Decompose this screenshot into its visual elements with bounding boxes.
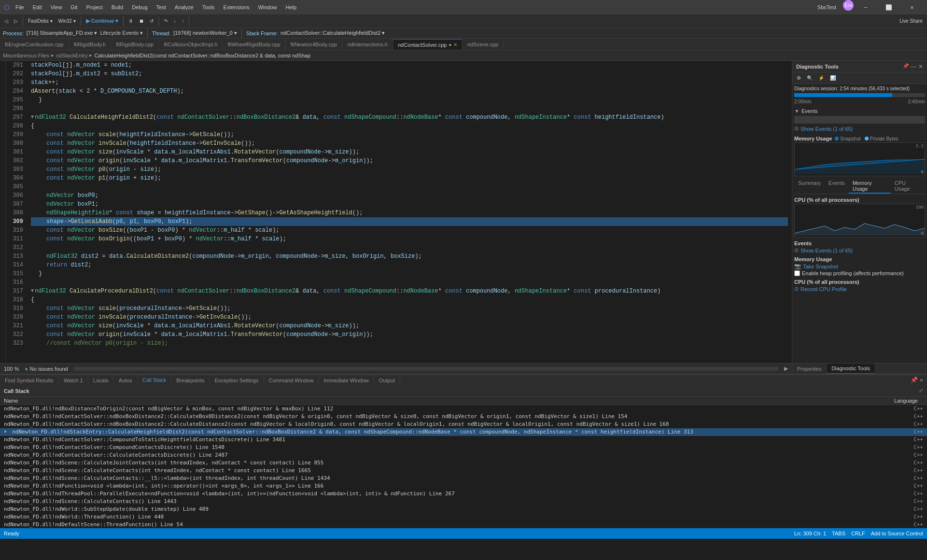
diag-tools-2[interactable]: ⚡ — [816, 74, 827, 82]
menu-debug[interactable]: Debug — [129, 4, 150, 10]
heap-profiling-check[interactable]: Enable heap profiling (affects performan… — [794, 270, 925, 276]
cs-row-4[interactable]: ndNewton_FD.dll!ndContactSolver::Compoun… — [0, 436, 927, 444]
cs-row-14[interactable]: ndNewton_FD.dll!ndWorld::ThreadFunction(… — [0, 513, 927, 521]
fold-icon-317[interactable]: ▼ — [31, 287, 34, 295]
menu-build[interactable]: Build — [109, 4, 126, 10]
cs-row-8[interactable]: ndNewton_FD.dll!ndScene::CalculateContac… — [0, 467, 927, 475]
tab-file-8[interactable]: ndScene.cpp — [463, 39, 504, 50]
cs-row-12[interactable]: ndNewton_FD.dll!ndScene::CalculateContac… — [0, 498, 927, 505]
dtab-summary[interactable]: Summary — [794, 179, 825, 194]
tab-file-1[interactable]: fliRigidBody.h — [69, 39, 111, 50]
fast-debs-dropdown[interactable]: FastDebs ▾ — [26, 17, 55, 25]
step-over[interactable]: ↷ — [161, 17, 170, 25]
cs-row-10[interactable]: ndNewton_FD.dll!ndFunction<void <lambda>… — [0, 482, 927, 490]
maximize-button[interactable]: ⬜ — [878, 0, 900, 14]
pd-tab-diagnostic[interactable]: Diagnostic Tools — [827, 364, 875, 374]
btab-command-window[interactable]: Command Window — [264, 375, 319, 386]
cs-expand[interactable]: ⤢ — [919, 388, 923, 394]
cs-row-5[interactable]: ndNewton_FD.dll!ndContactSolver::Compoun… — [0, 444, 927, 451]
tab-file-0[interactable]: fliEngineCombustion.cpp — [0, 39, 69, 50]
record-cpu-link[interactable]: ⊙ Record CPU Profile — [794, 286, 925, 292]
diag-tools-3[interactable]: 📊 — [828, 74, 838, 82]
continue-button[interactable]: ▶ Continue ▾ — [84, 16, 121, 26]
menu-analyze[interactable]: Analyze — [172, 4, 197, 10]
cs-row-9[interactable]: ndNewton_FD.dll!ndScene::CalculateContac… — [0, 475, 927, 482]
process-dropdown[interactable]: [716] SbsampleApp_FD.exe ▾ — [27, 30, 98, 36]
tab-file-6[interactable]: ndIntersections.h — [342, 39, 393, 50]
minimize-button[interactable]: — — [855, 0, 877, 14]
show-events-link[interactable]: Show Events (1 of 65) — [801, 126, 853, 132]
menu-tools[interactable]: Tools — [199, 4, 218, 10]
menu-file[interactable]: File — [13, 4, 27, 10]
menu-edit[interactable]: Edit — [30, 4, 45, 10]
dtab-memory-usage[interactable]: Memory Usage — [849, 179, 891, 194]
cs-row-15[interactable]: ndNewton_FD.dll!ndDefaultScene::ThreadFu… — [0, 521, 927, 528]
bottom-pin[interactable]: 📌 — [911, 377, 918, 384]
cs-row-13[interactable]: ndNewton_FD.dll!ndWorld::SubStepUpdate(d… — [0, 505, 927, 513]
debug-pause[interactable]: ⏸ — [126, 17, 136, 25]
user-badge[interactable]: EH — [843, 0, 854, 11]
menu-help[interactable]: Help — [283, 4, 300, 10]
live-share-button[interactable]: Live Share — [897, 17, 925, 25]
cs-row-11[interactable]: ndNewton_FD.dll!ndThreadPool::ParallelEx… — [0, 490, 927, 498]
fold-icon-297[interactable]: ▼ — [31, 113, 34, 122]
btab-output[interactable]: Output — [374, 375, 400, 386]
call-stack-list[interactable]: ndNewton_FD.dll!ndBoxDistanceToOrigin2(c… — [0, 405, 927, 528]
take-snapshot-link[interactable]: 📷 Take Snapshot — [794, 263, 925, 269]
menu-extensions[interactable]: Extensions — [221, 4, 253, 10]
stack-frame-dropdown[interactable]: ndContactSolver::CalculateHeighfieldDist… — [281, 30, 385, 36]
cs-row-2[interactable]: ndNewton_FD.dll!ndContactSolver::ndBoxBo… — [0, 420, 927, 428]
scroll-right-arrow[interactable]: ▶ — [784, 365, 788, 372]
scroll-bar[interactable] — [74, 367, 778, 371]
path-stack-entry[interactable]: ndStackEntry — [56, 53, 87, 58]
tab-file-5[interactable]: fliNewton4Body.cpp — [286, 39, 342, 50]
btab-find-symbol[interactable]: Find Symbol Results — [0, 375, 59, 386]
btab-watch1[interactable]: Watch 1 — [59, 375, 88, 386]
menu-window[interactable]: Window — [255, 4, 280, 10]
tab-file-7[interactable]: ndContactSolver.cpp●✕ — [393, 39, 463, 50]
back-button[interactable]: ◁ — [2, 17, 11, 25]
btab-breakpoints[interactable]: Breakpoints — [171, 375, 210, 386]
diag-pin[interactable]: 📌 — [903, 63, 909, 70]
pd-tab-properties[interactable]: Properties — [792, 364, 827, 374]
diag-settings[interactable]: ⚙ — [794, 74, 803, 82]
cs-row-0[interactable]: ndNewton_FD.dll!ndBoxDistanceToOrigin2(c… — [0, 405, 927, 413]
btab-locals[interactable]: Locals — [88, 375, 114, 386]
diag-tools-1[interactable]: 🔍 — [804, 74, 815, 82]
menu-project[interactable]: Project — [83, 4, 105, 10]
code-content[interactable]: stackPool[j].m_node1 = node1; stackPool[… — [27, 61, 792, 363]
left-gutter[interactable] — [0, 61, 6, 363]
step-out[interactable]: ↑ — [179, 17, 186, 25]
btab-immediate-window[interactable]: Immediate Window — [319, 375, 374, 386]
heap-checkbox[interactable] — [794, 270, 800, 276]
tab-file-2[interactable]: fliRigidBody.cpp — [111, 39, 159, 50]
forward-button[interactable]: ▷ — [12, 17, 20, 25]
diag-close[interactable]: ✕ — [918, 63, 923, 70]
menu-git[interactable]: Git — [68, 4, 80, 10]
btab-autos[interactable]: Autos — [114, 375, 138, 386]
path-misc[interactable]: Miscellaneous Files — [3, 53, 49, 58]
tab-file-4[interactable]: fliWheelRigidBody.cpp — [223, 39, 285, 50]
cs-row-3[interactable]: ➤ ndNewton_FD.dll!ndStackEntry::Calculat… — [0, 428, 927, 436]
events-expand-icon[interactable]: ▼ — [794, 108, 800, 114]
thread-dropdown[interactable]: [19768] newtonWorker_0 ▾ — [173, 30, 237, 36]
btab-exception-settings[interactable]: Exception Settings — [210, 375, 264, 386]
zoom-level[interactable]: 100 % — [4, 366, 19, 372]
dtab-events[interactable]: Events — [825, 179, 849, 194]
add-to-source-control[interactable]: Add to Source Control — [871, 531, 923, 536]
tab-close-7[interactable]: ✕ — [453, 42, 457, 47]
tab-file-3[interactable]: fliCollisionObjectImpl.h — [159, 39, 223, 50]
show-events-link-2[interactable]: Show Events (1 of 65) — [801, 248, 853, 253]
dtab-cpu-usage[interactable]: CPU Usage — [891, 179, 925, 194]
diag-minimize[interactable]: — — [911, 63, 916, 70]
menu-view[interactable]: View — [48, 4, 65, 10]
win32-dropdown[interactable]: Win32 ▾ — [56, 17, 78, 25]
cs-row-7[interactable]: ndNewton_FD.dll!ndScene::CalculateJointC… — [0, 459, 927, 467]
cs-row-6[interactable]: ndNewton_FD.dll!ndContactSolver::Calcula… — [0, 451, 927, 459]
step-into[interactable]: ↓ — [171, 17, 178, 25]
lifecycle-dropdown[interactable]: Lifecycle Events ▾ — [100, 30, 143, 36]
bottom-close[interactable]: ✕ — [920, 377, 923, 384]
close-button[interactable]: ✕ — [901, 0, 923, 14]
cs-row-1[interactable]: ndNewton_FD.dll!ndContactSolver::ndBoxBo… — [0, 413, 927, 420]
debug-stop[interactable]: ⏹ — [137, 17, 146, 25]
